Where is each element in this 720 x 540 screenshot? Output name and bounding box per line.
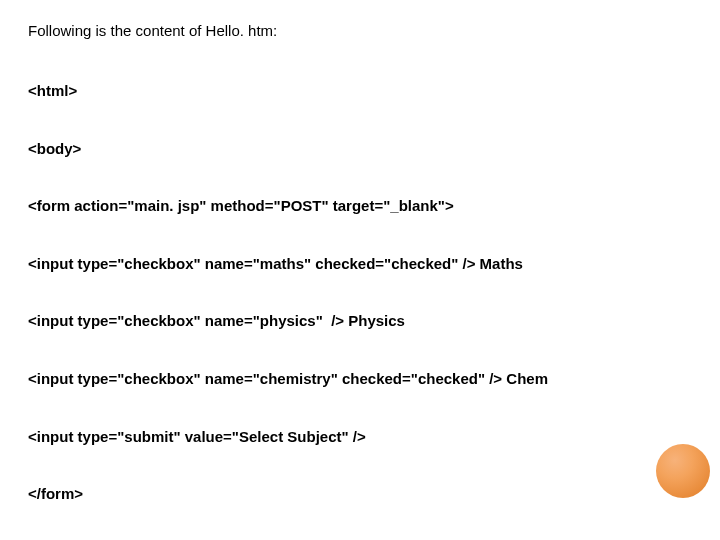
code-line: <body>	[28, 139, 692, 158]
code-line: <form action="main. jsp" method="POST" t…	[28, 196, 692, 215]
code-block: <html> <body> <form action="main. jsp" m…	[28, 43, 692, 540]
code-line: <input type="submit" value="Select Subje…	[28, 427, 692, 446]
code-line: <input type="checkbox" name="chemistry" …	[28, 369, 692, 388]
decorative-orb-icon	[656, 444, 710, 498]
code-line: <input type="checkbox" name="maths" chec…	[28, 254, 692, 273]
code-line: </form>	[28, 484, 692, 503]
code-line: <input type="checkbox" name="physics" />…	[28, 311, 692, 330]
intro-text: Following is the content of Hello. htm:	[28, 22, 692, 41]
code-line: <html>	[28, 81, 692, 100]
